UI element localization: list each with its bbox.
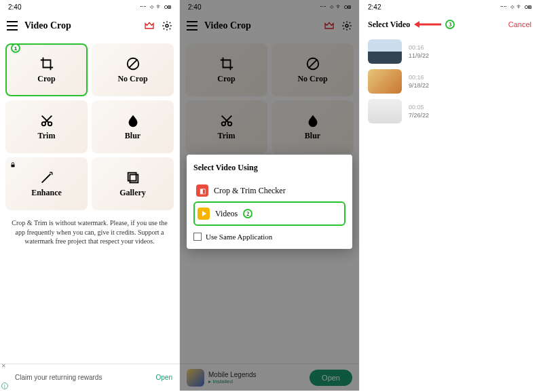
- ad-text: Claim your returning rewards: [15, 374, 156, 381]
- menu-icon[interactable]: [7, 21, 18, 31]
- clock: 2:42: [368, 3, 381, 11]
- crop-icon: [39, 56, 54, 71]
- screen-3-video-picker: 2:42 ᠁ ⟐ ᯤ ▢▣ Select Video 3 Cancel 00:1…: [360, 0, 540, 391]
- svg-rect-6: [130, 174, 138, 182]
- callout-badge-2: 2: [243, 209, 252, 218]
- tile-enhance[interactable]: Enhance: [5, 157, 88, 210]
- gallery-icon: [126, 170, 141, 185]
- dialog-item-label: Crop & Trim Checker: [214, 186, 286, 196]
- video-thumbnail: [368, 39, 402, 64]
- settings-icon[interactable]: [162, 20, 172, 31]
- dialog-item-videos[interactable]: Videos 2: [193, 201, 345, 226]
- callout-badge-1: 1: [11, 43, 20, 53]
- no-crop-icon: [126, 56, 141, 71]
- crown-icon[interactable]: [144, 20, 155, 31]
- video-item[interactable]: 00:16 11/9/22: [368, 39, 531, 64]
- status-bar: 2:42 ᠁ ⟐ ᯤ ▢▣: [360, 0, 540, 14]
- video-thumbnail: [368, 99, 402, 123]
- dialog-item-label: Videos: [215, 209, 238, 219]
- tile-label: Crop: [37, 74, 55, 84]
- tile-label: Trim: [38, 131, 56, 141]
- tile-no-crop[interactable]: No Crop: [92, 43, 174, 96]
- lock-icon: [10, 161, 16, 168]
- tile-gallery[interactable]: Gallery: [92, 157, 174, 210]
- video-duration: 00:16: [409, 74, 429, 81]
- svg-rect-5: [12, 165, 15, 168]
- app-header: Video Crop: [0, 14, 179, 38]
- arrow-left-icon: [414, 21, 441, 28]
- screen-1-home: 2:40 ᠁ ⟐ ᯤ ▢▣ Video Crop 1 Crop No Crop: [0, 0, 180, 391]
- picker-header: Select Video 3 Cancel: [360, 14, 540, 35]
- svg-line-2: [128, 59, 137, 68]
- video-date: 11/9/22: [409, 52, 429, 59]
- use-same-label: Use Same Application: [206, 233, 272, 241]
- clock: 2:40: [8, 3, 21, 11]
- select-video-dialog: Select Video Using ◧ Crop & Trim Checker…: [187, 155, 352, 249]
- svg-rect-7: [128, 172, 136, 180]
- video-duration: 00:16: [409, 44, 429, 51]
- status-bar: 2:40 ᠁ ⟐ ᯤ ▢▣: [0, 0, 179, 14]
- scissors-icon: [39, 113, 54, 128]
- ad-info-icon[interactable]: i: [1, 383, 8, 389]
- status-icons: ᠁ ⟐ ᯤ ▢▣: [500, 3, 531, 10]
- screen-2-picker-dialog: 2:40 ᠁ ⟐ ᯤ ▢▣ Video Crop Crop No Crop Tr…: [180, 0, 360, 391]
- video-thumbnail: [368, 69, 402, 94]
- wand-icon: [39, 170, 54, 185]
- video-item[interactable]: 00:05 7/26/22: [368, 99, 531, 123]
- tile-label: Gallery: [119, 188, 146, 198]
- app-icon-videos: [198, 208, 210, 220]
- ad-close-icon[interactable]: ✕: [1, 363, 6, 369]
- status-icons: ᠁ ⟐ ᯤ ▢▣: [140, 3, 171, 10]
- dialog-title: Select Video Using: [193, 163, 345, 173]
- tile-label: Blur: [125, 131, 141, 141]
- footnote-text: Crop & Trim is without watermark. Please…: [0, 216, 179, 249]
- tile-label: Enhance: [31, 188, 62, 198]
- use-same-row[interactable]: Use Same Application: [193, 233, 345, 241]
- feature-grid: Crop No Crop Trim Blur: [0, 38, 179, 216]
- video-list: 00:16 11/9/22 00:16 9/18/22 00:05 7/26/2…: [360, 35, 540, 128]
- cancel-button[interactable]: Cancel: [508, 20, 531, 28]
- video-date: 7/26/22: [409, 112, 429, 119]
- tile-blur[interactable]: Blur: [92, 100, 174, 153]
- app-title: Video Crop: [24, 20, 137, 31]
- bottom-ad[interactable]: ✕ i Claim your returning rewards Open: [0, 364, 179, 391]
- picker-title: Select Video: [368, 20, 410, 30]
- tile-label: No Crop: [117, 74, 147, 84]
- checkbox-icon[interactable]: [193, 233, 202, 241]
- dialog-item-crop-trim-checker[interactable]: ◧ Crop & Trim Checker: [193, 180, 345, 201]
- svg-point-0: [166, 24, 168, 27]
- video-date: 9/18/22: [409, 82, 429, 89]
- ad-open-link[interactable]: Open: [156, 374, 172, 381]
- tile-trim[interactable]: Trim: [5, 100, 88, 153]
- video-duration: 00:05: [409, 104, 429, 111]
- app-icon-croptrim: ◧: [196, 184, 208, 197]
- blur-icon: [126, 113, 141, 128]
- callout-badge-3: 3: [445, 20, 455, 29]
- video-item[interactable]: 00:16 9/18/22: [368, 69, 531, 94]
